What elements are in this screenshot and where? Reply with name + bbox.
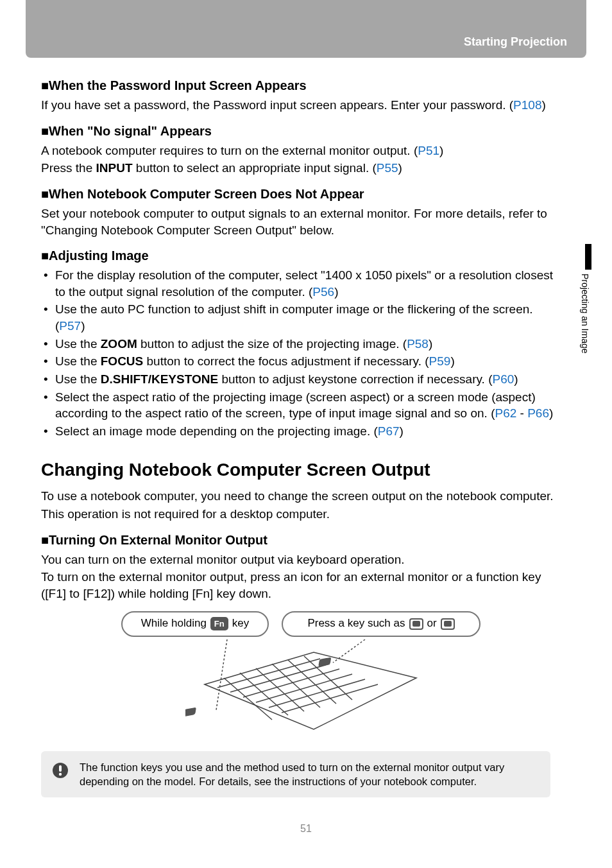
- header-title: Starting Projection: [464, 35, 567, 49]
- svg-line-6: [224, 678, 272, 720]
- capsule-press-key: Press a key such as or: [282, 611, 480, 637]
- nosignal-line2: Press the INPUT button to select an appr…: [41, 160, 554, 177]
- dshift-label: D.SHIFT/KEYSTONE: [101, 372, 218, 386]
- external-p2: To turn on the external monitor output, …: [41, 569, 554, 602]
- password-text: If you have set a password, the Password…: [41, 97, 554, 114]
- svg-point-18: [59, 772, 62, 775]
- side-tab-label: Projecting an Image: [567, 273, 590, 354]
- keyboard-diagram: While holding Fn key Press a key such as…: [115, 611, 480, 740]
- svg-line-0: [217, 659, 320, 688]
- capsule-text: or: [427, 616, 437, 631]
- capsule-text: Press a key such as: [307, 616, 405, 631]
- heading-text: Turning On External Monitor Output: [49, 533, 268, 547]
- link-p60[interactable]: P60: [492, 372, 514, 386]
- heading-text: When "No signal" Appears: [49, 124, 212, 138]
- notebook-text: Set your notebook computer to output sig…: [41, 205, 554, 238]
- svg-line-4: [269, 679, 365, 707]
- link-p67[interactable]: P67: [378, 424, 400, 438]
- page-content: ■When the Password Input Screen Appears …: [0, 58, 612, 810]
- list-item: Use the D.SHIFT/KEYSTONE button to adjus…: [41, 371, 554, 388]
- svg-line-5: [282, 684, 378, 713]
- list-item: Select the aspect ratio of the projectin…: [41, 389, 554, 422]
- monitor-icon: [409, 618, 423, 630]
- side-tab: Projecting an Image: [567, 244, 593, 354]
- section-heading-external: ■Turning On External Monitor Output: [41, 532, 554, 549]
- page-number: 51: [0, 823, 612, 847]
- link-p57[interactable]: P57: [59, 319, 81, 333]
- section-heading-notebook: ■When Notebook Computer Screen Does Not …: [41, 186, 554, 203]
- caution-icon: [51, 761, 69, 779]
- tab-marker: [585, 244, 591, 270]
- link-p51[interactable]: P51: [418, 144, 439, 157]
- changing-p2: This operation is not required for a des…: [41, 506, 554, 523]
- main-heading: Changing Notebook Computer Screen Output: [41, 458, 554, 482]
- changing-p1: To use a notebook computer, you need to …: [41, 488, 554, 505]
- note-box: The function keys you use and the method…: [41, 751, 550, 798]
- svg-line-13: [333, 639, 365, 663]
- fn-key-icon: Fn: [210, 617, 228, 631]
- external-p1: You can turn on the external monitor out…: [41, 551, 554, 568]
- link-p62[interactable]: P62: [495, 406, 516, 420]
- page-header: Starting Projection: [26, 0, 586, 58]
- note-text: The function keys you use and the method…: [80, 761, 504, 787]
- list-item: For the display resolution of the comput…: [41, 267, 554, 300]
- input-label: INPUT: [96, 161, 133, 175]
- link-p108[interactable]: P108: [513, 98, 541, 112]
- svg-rect-17: [59, 765, 62, 772]
- keyboard-illustration: [185, 639, 429, 736]
- list-item: Use the ZOOM button to adjust the size o…: [41, 336, 554, 352]
- svg-line-12: [216, 639, 227, 710]
- svg-line-8: [256, 668, 304, 711]
- adjusting-list: For the display resolution of the comput…: [41, 267, 554, 439]
- heading-text: When Notebook Computer Screen Does Not A…: [49, 187, 364, 201]
- capsule-hold-fn: While holding Fn key: [121, 611, 269, 637]
- zoom-label: ZOOM: [101, 337, 137, 351]
- monitor-icon: [441, 618, 455, 630]
- section-heading-adjusting: ■Adjusting Image: [41, 247, 554, 265]
- section-heading-password: ■When the Password Input Screen Appears: [41, 77, 554, 94]
- focus-label: FOCUS: [101, 354, 144, 368]
- svg-rect-14: [185, 707, 196, 716]
- link-p58[interactable]: P58: [407, 337, 429, 351]
- link-p66[interactable]: P66: [527, 406, 549, 420]
- capsule-text: While holding: [141, 616, 207, 631]
- list-item: Use the FOCUS button to correct the focu…: [41, 353, 554, 370]
- link-p59[interactable]: P59: [429, 354, 451, 368]
- svg-line-3: [256, 674, 352, 702]
- section-heading-nosignal: ■When "No signal" Appears: [41, 123, 554, 140]
- heading-text: When the Password Input Screen Appears: [49, 78, 307, 92]
- heading-text: Adjusting Image: [49, 248, 149, 263]
- svg-rect-15: [319, 657, 330, 666]
- link-p56[interactable]: P56: [312, 285, 334, 299]
- nosignal-line1: A notebook computer requires to turn on …: [41, 143, 554, 159]
- list-item: Select an image mode depending on the pr…: [41, 423, 554, 440]
- capsule-text: key: [232, 616, 249, 631]
- link-p55[interactable]: P55: [377, 161, 398, 175]
- list-item: Use the auto PC function to adjust shift…: [41, 301, 554, 334]
